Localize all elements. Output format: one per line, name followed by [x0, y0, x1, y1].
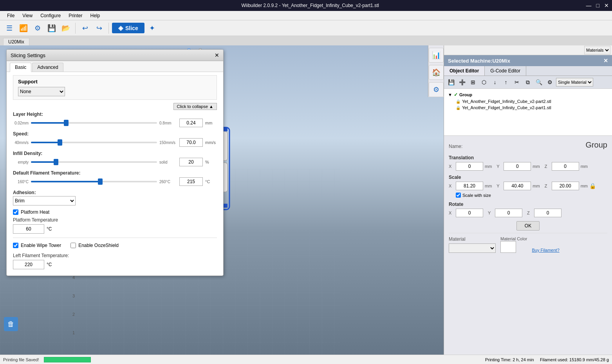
filament-temp-track[interactable] — [31, 181, 157, 182]
obj-tool-scissors[interactable]: ✂ — [512, 77, 522, 87]
obj-tool-save[interactable]: 💾 — [446, 77, 456, 87]
menu-file[interactable]: File — [3, 12, 18, 19]
tab-object-editor[interactable]: Object Editor — [444, 66, 485, 76]
layer-height-track[interactable] — [31, 122, 157, 124]
obj-tool-copy[interactable]: ⧉ — [523, 77, 533, 87]
obj-tool-group[interactable]: ⬡ — [479, 77, 489, 87]
obj-tool-down[interactable]: ↓ — [490, 77, 500, 87]
infill-thumb[interactable] — [54, 159, 58, 165]
tree-item-0[interactable]: 🔒 Yet_Another_Fidget_Infinity_Cube_v2-pa… — [446, 98, 610, 105]
adhesion-select[interactable]: None Skirt Brim Raft — [13, 196, 76, 205]
obj-tool-add[interactable]: ➕ — [457, 77, 467, 87]
right-panel: Materials Selected Machine:U20Mix ✕ Obje… — [444, 45, 612, 355]
menu-configure[interactable]: Configure — [36, 12, 65, 19]
tab-advanced[interactable]: Advanced — [32, 63, 63, 72]
ooze-shield-checkbox[interactable] — [70, 243, 76, 248]
scale-row: X mm Y mm Z mm 🔒 — [449, 182, 607, 190]
scale-z-input[interactable] — [552, 182, 579, 190]
toolbar-magic-button[interactable]: ✦ — [146, 22, 159, 34]
ok-button[interactable]: OK — [516, 221, 540, 231]
filament-temp-input[interactable] — [179, 177, 203, 186]
menu-printer[interactable]: Printer — [65, 12, 86, 19]
obj-tool-grid[interactable]: ⊞ — [468, 77, 478, 87]
right-icon-home[interactable]: 🏠 — [429, 65, 444, 80]
trans-y-label: Y — [496, 164, 502, 169]
maximize-button[interactable]: □ — [596, 2, 599, 9]
machine-tab-bar: U20Mix — [0, 36, 612, 45]
material-mode-select[interactable]: Single Material — [556, 78, 593, 86]
platform-temp-label: Platform Temperature — [13, 217, 217, 223]
infill-input[interactable] — [179, 158, 203, 166]
toolbar-wifi-button[interactable]: 📶 — [17, 22, 30, 34]
close-button[interactable]: ✕ — [604, 2, 609, 9]
speed-thumb[interactable] — [58, 139, 62, 146]
toolbar-undo-button[interactable]: ↩ — [79, 22, 91, 34]
toolbar-bars-button[interactable]: ☰ — [3, 22, 16, 34]
adhesion-label: Adhesion: — [13, 190, 217, 195]
material-dropdown[interactable] — [449, 243, 496, 253]
platform-heat-row: Platform Heat — [13, 209, 217, 215]
materials-select[interactable]: Materials — [584, 46, 610, 54]
rot-x-input[interactable] — [456, 209, 483, 217]
minimize-button[interactable]: — — [586, 2, 592, 9]
tab-basic[interactable]: Basic — [10, 63, 31, 72]
wipe-tower-checkbox[interactable] — [13, 243, 18, 248]
filament-temp-fill — [31, 181, 100, 182]
layer-height-thumb[interactable] — [64, 120, 69, 126]
window-controls[interactable]: — □ ✕ — [586, 2, 609, 9]
viewport[interactable]: 5 4 3 2 1 — [0, 45, 444, 355]
menu-help[interactable]: Help — [87, 12, 104, 19]
tree-group-item[interactable]: ▼ ✓ Group — [446, 91, 610, 98]
scale-with-size-label: Scale with size — [462, 193, 491, 198]
slice-button[interactable]: ◈ Slice — [112, 23, 144, 33]
material-color-box[interactable] — [500, 241, 516, 253]
slicing-panel-close[interactable]: ✕ — [215, 52, 219, 58]
scale-with-size-checkbox[interactable] — [456, 193, 461, 198]
group-check-icon: ✓ — [454, 92, 458, 97]
platform-heat-checkbox[interactable] — [13, 209, 18, 215]
support-header: Support — [18, 79, 212, 85]
collapse-button[interactable]: Click to collapse ▲ — [173, 103, 217, 110]
speed-track[interactable] — [31, 142, 157, 143]
scale-lock-icon[interactable]: 🔒 — [589, 183, 596, 189]
material-color-label: Material Color — [500, 236, 527, 241]
right-panel-header: Selected Machine:U20Mix ✕ — [444, 55, 612, 66]
svg-rect-19 — [224, 204, 227, 208]
wipe-tower-row: Enable Wipe Tower Enable OozeShield — [13, 240, 217, 250]
obj-tool-settings[interactable]: ⚙ — [545, 77, 554, 87]
right-icon-settings[interactable]: ⚙ — [429, 82, 444, 97]
toolbar-save-button[interactable]: 💾 — [45, 22, 58, 34]
right-panel-close-button[interactable]: ✕ — [603, 58, 608, 64]
filament-temp-thumb[interactable] — [98, 178, 103, 185]
speed-label-text: Speed: — [13, 131, 29, 137]
rot-y-input[interactable] — [495, 209, 522, 217]
trans-x-input[interactable] — [456, 162, 483, 171]
obj-tool-up[interactable]: ↑ — [501, 77, 511, 87]
right-icon-chart[interactable]: 📊 — [429, 48, 444, 63]
tab-gcode-editor[interactable]: G-Code Editor — [485, 66, 526, 76]
infill-track[interactable] — [31, 161, 157, 163]
trans-y-input[interactable] — [504, 162, 531, 171]
platform-temp-input-row: °C — [13, 224, 217, 234]
toolbar-settings-button[interactable]: ⚙ — [31, 22, 44, 34]
scale-y-input[interactable] — [504, 182, 531, 190]
buy-filament-link[interactable]: Buy Filament? — [532, 248, 559, 252]
ok-button-row: OK — [449, 221, 607, 231]
toolbar-redo-button[interactable]: ↪ — [93, 22, 105, 34]
toolbar-open-button[interactable]: 📂 — [60, 22, 72, 34]
machine-tab[interactable]: U20Mix — [3, 38, 29, 45]
layer-height-input[interactable] — [179, 119, 203, 127]
tree-item-label-0: Yet_Another_Fidget_Infinity_Cube_v2-part… — [462, 99, 551, 104]
trans-z-input[interactable] — [552, 162, 579, 171]
left-filament-temp-input[interactable] — [13, 260, 44, 269]
trash-button[interactable]: 🗑 — [4, 317, 18, 331]
support-select[interactable]: None Normal Tree — [18, 87, 65, 96]
scale-x-input[interactable] — [456, 182, 483, 190]
menu-view[interactable]: View — [18, 12, 36, 19]
slicing-panel-title-text: Slicing Settings — [11, 52, 45, 58]
speed-input[interactable] — [179, 138, 203, 147]
obj-tool-zoom[interactable]: 🔍 — [534, 77, 543, 87]
platform-temp-input[interactable] — [13, 224, 44, 234]
tree-item-1[interactable]: 🔒 Yet_Another_Fidget_Infinity_Cube_v2-pa… — [446, 105, 610, 111]
rot-z-input[interactable] — [534, 209, 561, 217]
